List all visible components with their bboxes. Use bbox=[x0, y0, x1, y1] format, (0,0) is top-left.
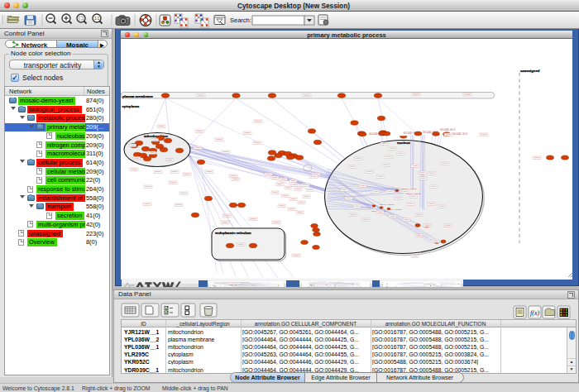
svg-text:mitochondrion: mitochondrion bbox=[144, 134, 168, 138]
svg-text:cytoplasm: cytoplasm bbox=[122, 104, 140, 108]
svg-text:GO.0440, GO.4: GO.0440, GO.4 bbox=[423, 131, 438, 134]
svg-text:GO.0440, GO.4: GO.0440, GO.4 bbox=[452, 132, 468, 136]
svg-text:nucleus: nucleus bbox=[397, 141, 410, 145]
svg-text:GO.044, GO.05: GO.044, GO.05 bbox=[387, 208, 402, 211]
svg-text:f(x): f(x) bbox=[530, 309, 539, 317]
svg-text:Search:: Search: bbox=[230, 17, 251, 24]
svg-text:unassigned: unassigned bbox=[520, 69, 540, 73]
svg-text:GO.0440, GO.4: GO.0440, GO.4 bbox=[404, 131, 419, 135]
svg-text:plasma membrane: plasma membrane bbox=[122, 94, 153, 98]
svg-text:GO.044, GO.05: GO.044, GO.05 bbox=[380, 203, 395, 206]
svg-text:1:1: 1:1 bbox=[94, 17, 100, 21]
svg-text:GO.044, GO.05: GO.044, GO.05 bbox=[402, 188, 417, 190]
svg-text:endoplasmic reticulum: endoplasmic reticulum bbox=[215, 231, 251, 235]
svg-text:GO.0440, GO.4: GO.0440, GO.4 bbox=[369, 132, 385, 136]
svg-text:GO.0440, GO.4: GO.0440, GO.4 bbox=[440, 128, 456, 131]
